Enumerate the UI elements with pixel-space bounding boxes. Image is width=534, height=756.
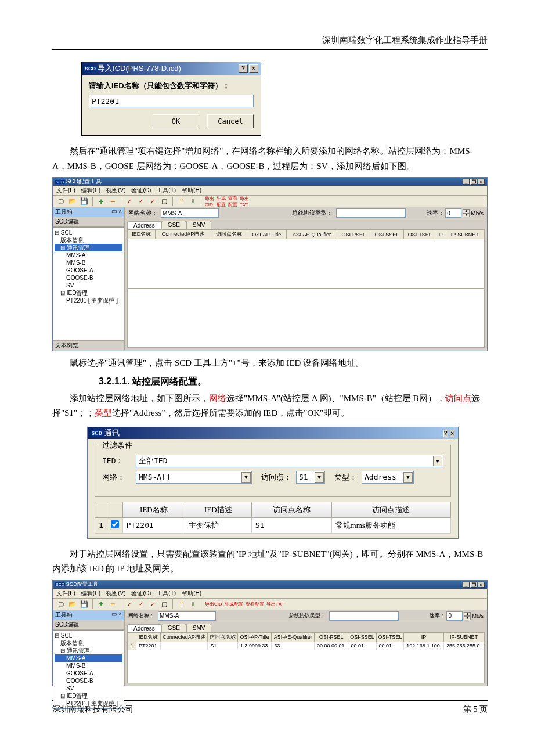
tree-item[interactable]: MMS-A (55, 251, 122, 259)
ied-select[interactable]: 全部IED▼ (136, 455, 443, 467)
check-sch-icon[interactable]: ✓ (125, 197, 134, 206)
tab-address[interactable]: Address (127, 624, 161, 632)
view-cfg-icon[interactable]: 查看配置 (228, 195, 237, 208)
tree-item[interactable]: ⊟ 通讯管理 (55, 647, 122, 654)
down-icon[interactable]: ⇩ (188, 599, 197, 609)
menu-verify[interactable]: 验证(C) (131, 186, 151, 195)
stop-icon[interactable]: ▢ (160, 599, 169, 609)
bustype-input[interactable] (336, 208, 406, 218)
menu-tools[interactable]: 工具(T) (157, 589, 176, 597)
minimize-icon[interactable]: _ (463, 582, 470, 588)
bustype-input[interactable] (329, 611, 399, 621)
netname-input[interactable] (158, 611, 216, 621)
new-icon[interactable]: ▢ (56, 197, 66, 206)
rate-input[interactable] (445, 208, 461, 218)
chevron-down-icon[interactable]: ▼ (241, 472, 251, 483)
tree-item[interactable]: MMS-B (55, 259, 122, 267)
tree-item[interactable]: GOOSE-B (55, 677, 122, 685)
ap-select[interactable]: S1▼ (296, 471, 325, 484)
gen-cfg-icon[interactable]: 生成配置 (225, 601, 243, 607)
dock-icons[interactable]: ▭ × (111, 208, 122, 216)
view-cfg-icon[interactable]: 查看配置 (246, 601, 264, 607)
export-cid-icon[interactable]: 导出CID (205, 601, 222, 607)
rate-spinner[interactable]: ▲▼ (463, 209, 470, 217)
tree-item[interactable]: SV (55, 282, 122, 289)
menu-view[interactable]: 视图(V) (106, 589, 125, 597)
add-icon[interactable]: + (96, 197, 106, 206)
menu-help[interactable]: 帮助(H) (182, 186, 201, 195)
row-checkbox[interactable] (111, 520, 119, 528)
menu-file[interactable]: 文件(F) (56, 186, 75, 195)
ok-button[interactable]: OK (153, 114, 199, 128)
down-icon[interactable]: ⇩ (188, 197, 197, 206)
tree-item[interactable]: ⊟ SCL (55, 632, 122, 639)
save-icon[interactable]: 💾 (80, 599, 89, 609)
check-all-icon[interactable]: ✓ (148, 599, 157, 609)
chevron-down-icon[interactable]: ▼ (403, 472, 413, 483)
type-select[interactable]: Address▼ (362, 471, 414, 484)
tree-item[interactable]: PT2201 [ 主变保护 ] (55, 297, 122, 304)
tab-smv[interactable]: SMV (186, 624, 212, 632)
export-txt-icon[interactable]: 导出TXT (240, 196, 249, 207)
menu-edit[interactable]: 编辑(E) (81, 589, 100, 597)
network-select[interactable]: MMS-A[]▼ (136, 471, 252, 484)
check-sch-icon[interactable]: ✓ (125, 599, 134, 609)
ied-name-input[interactable] (89, 95, 254, 107)
cancel-button[interactable]: Cancel (207, 114, 254, 128)
tree-item[interactable]: GOOSE-A (55, 669, 122, 677)
tab-address[interactable]: Address (127, 221, 161, 229)
export-cid-icon[interactable]: 导出CID (205, 196, 214, 207)
tree-item[interactable]: MMS-A (55, 654, 122, 662)
add-icon[interactable]: + (96, 599, 106, 609)
comm-grid[interactable]: IED名称 IED描述 访问点名称 访问点描述 1 PT2201 主变保护 S1… (95, 502, 451, 534)
table-row[interactable]: 1 PT2201 主变保护 S1 常规mms服务功能 (95, 517, 451, 533)
tab-gse[interactable]: GSE (161, 221, 186, 229)
up-icon[interactable]: ⇧ (176, 197, 186, 206)
close-icon[interactable]: × (478, 179, 485, 185)
chevron-down-icon[interactable]: ▼ (433, 456, 442, 466)
tree-item[interactable]: ⊟ 通讯管理 (55, 244, 122, 251)
tree-item[interactable]: MMS-B (55, 662, 122, 669)
open-icon[interactable]: 📂 (68, 197, 77, 206)
tree-view[interactable]: ⊟ SCL版本信息⊟ 通讯管理MMS-AMMS-BGOOSE-AGOOSE-BS… (53, 227, 124, 340)
check-pro-icon[interactable]: ✓ (136, 599, 146, 609)
tree-item[interactable]: GOOSE-A (55, 267, 122, 274)
save-icon[interactable]: 💾 (80, 197, 89, 206)
menu-help[interactable]: 帮助(H) (182, 589, 201, 597)
tree-view[interactable]: ⊟ SCL版本信息⊟ 通讯管理MMS-AMMS-BGOOSE-AGOOSE-BS… (53, 630, 124, 709)
tab-smv[interactable]: SMV (186, 221, 212, 229)
stop-icon[interactable]: ▢ (160, 197, 169, 206)
remove-icon[interactable]: − (108, 599, 117, 609)
menu-file[interactable]: 文件(F) (56, 589, 75, 597)
new-icon[interactable]: ▢ (56, 599, 66, 609)
help-icon[interactable]: ? (239, 64, 248, 73)
maximize-icon[interactable]: ❐ (470, 582, 477, 588)
tree-item[interactable]: ⊟ IED管理 (55, 692, 122, 700)
help-icon[interactable]: ? (443, 430, 448, 437)
tab-gse[interactable]: GSE (161, 624, 186, 632)
tree-item[interactable]: ⊟ SCL (55, 229, 122, 236)
tree-item[interactable]: 版本信息 (55, 639, 122, 647)
menu-edit[interactable]: 编辑(E) (81, 186, 100, 195)
remove-icon[interactable]: − (108, 197, 117, 206)
rate-input[interactable] (446, 611, 463, 621)
netname-input[interactable] (161, 208, 219, 218)
close-icon[interactable]: × (478, 582, 485, 588)
close-icon[interactable]: × (249, 64, 258, 73)
address-grid[interactable]: IED名称ConnectedAP描述访问点名称OSI-AP-TitleASI-A… (127, 229, 485, 289)
minimize-icon[interactable]: _ (463, 179, 470, 185)
chevron-down-icon[interactable]: ▼ (315, 472, 324, 483)
check-all-icon[interactable]: ✓ (148, 197, 157, 206)
rate-spinner[interactable]: ▲▼ (464, 612, 471, 620)
export-txt-icon[interactable]: 导出TXT (266, 601, 284, 607)
dock-icons[interactable]: ▭ × (111, 611, 122, 619)
tree-item[interactable]: 版本信息 (55, 236, 122, 244)
check-pro-icon[interactable]: ✓ (136, 197, 146, 206)
maximize-icon[interactable]: ❐ (470, 179, 477, 185)
close-icon[interactable]: × (450, 430, 454, 437)
tree-item[interactable]: SV (55, 685, 122, 692)
menu-view[interactable]: 视图(V) (106, 186, 125, 195)
tree-item[interactable]: GOOSE-B (55, 274, 122, 282)
table-row[interactable]: 1 PT2201 S1 1 3 9999 33 33 00 00 00 01 0… (128, 642, 484, 650)
menu-tools[interactable]: 工具(T) (157, 186, 176, 195)
